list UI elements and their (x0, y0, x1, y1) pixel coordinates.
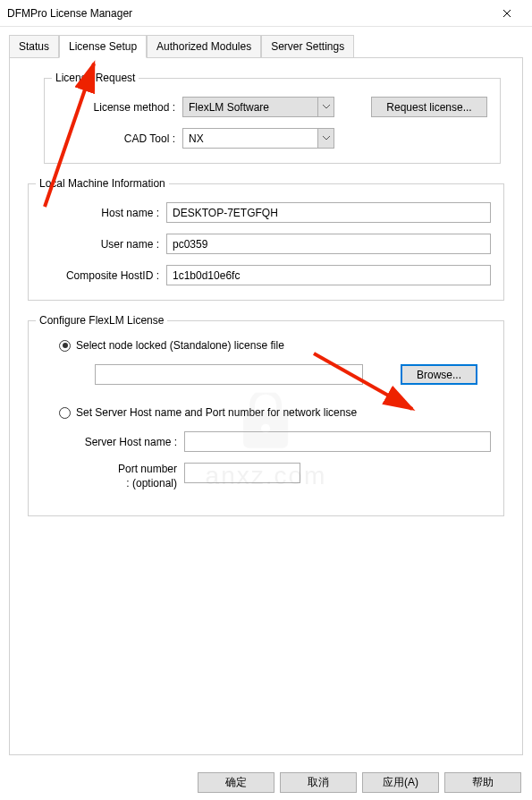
close-icon (502, 9, 511, 18)
cancel-button[interactable]: 取消 (280, 772, 357, 793)
tab-status[interactable]: Status (9, 35, 59, 58)
cad-tool-dropdown[interactable]: NX (182, 128, 334, 149)
cad-tool-label: CAD Tool : (57, 132, 182, 145)
tab-bar: Status License Setup Authorized Modules … (9, 35, 523, 58)
composite-hostid-value: 1c1b0d10e6fc (173, 269, 240, 282)
help-button[interactable]: 帮助 (444, 772, 521, 793)
radio-server[interactable] (59, 407, 71, 419)
server-host-label: Server Host name : (41, 436, 184, 448)
user-name-label: User name : (41, 238, 166, 251)
window-title: DFMPro License Manager (7, 7, 489, 20)
port-number-label: Port number : (optional) (41, 463, 184, 490)
license-method-value: FlexLM Software (189, 101, 269, 114)
radio-node-locked[interactable] (59, 340, 71, 352)
apply-button[interactable]: 应用(A) (362, 772, 439, 793)
license-method-label: License method : (57, 101, 182, 114)
radio-server-row[interactable]: Set Server Host name and Port number for… (41, 406, 491, 419)
request-license-button[interactable]: Request license... (371, 97, 487, 117)
host-name-value: DESKTOP-7ETGFQH (173, 207, 278, 219)
license-method-dropdown[interactable]: FlexLM Software (182, 97, 334, 117)
tab-server-settings[interactable]: Server Settings (261, 35, 354, 58)
license-file-field[interactable] (95, 364, 363, 385)
host-name-label: Host name : (41, 207, 166, 219)
titlebar: DFMPro License Manager (0, 0, 532, 27)
user-name-value: pc0359 (173, 238, 207, 251)
group-local-machine: Local Machine Information Host name : DE… (28, 183, 504, 301)
cad-tool-value: NX (189, 132, 204, 145)
browse-button[interactable]: Browse... (401, 364, 477, 385)
group-title-license-request: License Request (52, 72, 139, 84)
radio-node-locked-label: Select node locked (Standalone) license … (76, 339, 284, 352)
user-name-field[interactable]: pc0359 (166, 234, 491, 254)
tab-license-setup[interactable]: License Setup (59, 35, 147, 58)
composite-hostid-field[interactable]: 1c1b0d10e6fc (166, 265, 491, 285)
group-title-configure: Configure FlexLM License (36, 314, 167, 327)
content-area: Status License Setup Authorized Modules … (0, 27, 532, 755)
group-configure-flexlm: Configure FlexLM License Select node loc… (28, 320, 504, 516)
host-name-field[interactable]: DESKTOP-7ETGFQH (166, 202, 491, 223)
dialog-footer: 确定 取消 应用(A) 帮助 (0, 772, 532, 793)
radio-server-label: Set Server Host name and Port number for… (76, 406, 357, 419)
ok-button[interactable]: 确定 (198, 772, 274, 793)
composite-hostid-label: Composite HostID : (41, 269, 166, 282)
tab-panel: License Request License method : FlexLM … (9, 57, 523, 755)
group-title-local-machine: Local Machine Information (36, 177, 169, 190)
radio-node-locked-row[interactable]: Select node locked (Standalone) license … (41, 339, 491, 352)
server-host-field[interactable] (184, 431, 491, 452)
close-button[interactable] (489, 0, 525, 27)
tab-authorized-modules[interactable]: Authorized Modules (147, 35, 261, 58)
port-number-field[interactable] (184, 463, 300, 483)
chevron-down-icon (317, 129, 334, 148)
chevron-down-icon (317, 98, 334, 116)
group-license-request: License Request License method : FlexLM … (44, 78, 501, 164)
